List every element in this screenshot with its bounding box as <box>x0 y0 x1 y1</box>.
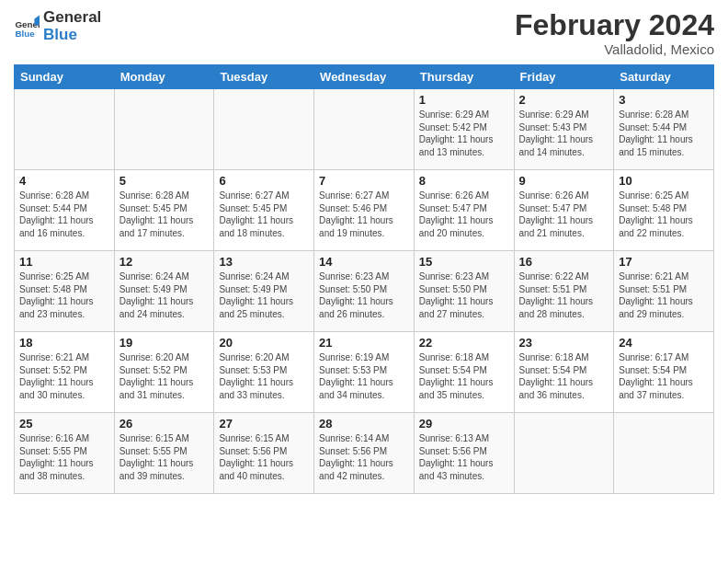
day-info: Sunrise: 6:21 AMSunset: 5:51 PMDaylight:… <box>619 270 709 320</box>
day-header-monday: Monday <box>114 65 214 89</box>
day-info: Sunrise: 6:26 AMSunset: 5:47 PMDaylight:… <box>519 190 609 239</box>
calendar-table: SundayMondayTuesdayWednesdayThursdayFrid… <box>14 64 714 494</box>
calendar-cell: 20Sunrise: 6:20 AMSunset: 5:53 PMDayligh… <box>214 332 314 413</box>
calendar-cell: 2Sunrise: 6:29 AMSunset: 5:43 PMDaylight… <box>514 89 614 170</box>
calendar-page: General Blue General Blue February 2024 … <box>0 0 728 563</box>
calendar-cell: 4Sunrise: 6:28 AMSunset: 5:44 PMDaylight… <box>15 170 115 251</box>
day-info: Sunrise: 6:29 AMSunset: 5:43 PMDaylight:… <box>519 109 609 158</box>
calendar-cell <box>114 89 214 170</box>
calendar-cell: 28Sunrise: 6:14 AMSunset: 5:56 PMDayligh… <box>314 413 415 494</box>
calendar-cell: 26Sunrise: 6:15 AMSunset: 5:55 PMDayligh… <box>114 413 214 494</box>
calendar-cell: 5Sunrise: 6:28 AMSunset: 5:45 PMDaylight… <box>114 170 214 251</box>
day-number: 23 <box>519 336 609 350</box>
calendar-cell: 14Sunrise: 6:23 AMSunset: 5:50 PMDayligh… <box>314 251 415 332</box>
day-number: 29 <box>419 417 509 431</box>
day-header-row: SundayMondayTuesdayWednesdayThursdayFrid… <box>15 65 714 89</box>
day-info: Sunrise: 6:24 AMSunset: 5:49 PMDaylight:… <box>119 270 210 320</box>
day-info: Sunrise: 6:13 AMSunset: 5:56 PMDaylight:… <box>419 432 509 482</box>
day-number: 1 <box>419 93 509 107</box>
day-info: Sunrise: 6:28 AMSunset: 5:45 PMDaylight:… <box>119 190 210 239</box>
svg-marker-2 <box>34 15 40 25</box>
calendar-cell: 9Sunrise: 6:26 AMSunset: 5:47 PMDaylight… <box>514 170 614 251</box>
day-info: Sunrise: 6:15 AMSunset: 5:55 PMDaylight:… <box>119 432 210 482</box>
logo: General Blue General Blue <box>14 9 101 43</box>
calendar-cell <box>214 89 314 170</box>
calendar-cell: 12Sunrise: 6:24 AMSunset: 5:49 PMDayligh… <box>114 251 214 332</box>
day-number: 13 <box>219 255 309 269</box>
day-number: 25 <box>19 417 109 431</box>
day-info: Sunrise: 6:16 AMSunset: 5:55 PMDaylight:… <box>19 432 109 482</box>
day-info: Sunrise: 6:22 AMSunset: 5:51 PMDaylight:… <box>519 270 609 320</box>
header: General Blue General Blue February 2024 … <box>14 9 714 57</box>
calendar-cell <box>614 413 714 494</box>
day-number: 12 <box>119 255 210 269</box>
calendar-cell: 6Sunrise: 6:27 AMSunset: 5:45 PMDaylight… <box>214 170 314 251</box>
day-header-friday: Friday <box>514 65 614 89</box>
day-number: 8 <box>419 174 509 188</box>
day-info: Sunrise: 6:17 AMSunset: 5:54 PMDaylight:… <box>619 351 709 401</box>
day-header-tuesday: Tuesday <box>214 65 314 89</box>
day-number: 15 <box>419 255 509 269</box>
day-number: 10 <box>619 174 709 188</box>
day-info: Sunrise: 6:20 AMSunset: 5:52 PMDaylight:… <box>119 351 210 401</box>
day-info: Sunrise: 6:24 AMSunset: 5:49 PMDaylight:… <box>219 270 309 320</box>
day-info: Sunrise: 6:19 AMSunset: 5:53 PMDaylight:… <box>319 351 409 401</box>
calendar-cell: 13Sunrise: 6:24 AMSunset: 5:49 PMDayligh… <box>214 251 314 332</box>
logo-blue-text: Blue <box>43 27 101 44</box>
calendar-cell: 27Sunrise: 6:15 AMSunset: 5:56 PMDayligh… <box>214 413 314 494</box>
logo-icon: General Blue <box>14 14 40 40</box>
day-number: 2 <box>519 93 609 107</box>
day-number: 20 <box>219 336 309 350</box>
calendar-cell: 25Sunrise: 6:16 AMSunset: 5:55 PMDayligh… <box>15 413 115 494</box>
week-row-5: 25Sunrise: 6:16 AMSunset: 5:55 PMDayligh… <box>15 413 714 494</box>
calendar-cell: 18Sunrise: 6:21 AMSunset: 5:52 PMDayligh… <box>15 332 115 413</box>
day-number: 18 <box>19 336 109 350</box>
location-subtitle: Valladolid, Mexico <box>515 41 714 57</box>
calendar-cell: 17Sunrise: 6:21 AMSunset: 5:51 PMDayligh… <box>614 251 714 332</box>
day-number: 27 <box>219 417 309 431</box>
calendar-cell: 7Sunrise: 6:27 AMSunset: 5:46 PMDaylight… <box>314 170 415 251</box>
day-number: 16 <box>519 255 609 269</box>
calendar-cell: 29Sunrise: 6:13 AMSunset: 5:56 PMDayligh… <box>414 413 514 494</box>
calendar-cell: 15Sunrise: 6:23 AMSunset: 5:50 PMDayligh… <box>414 251 514 332</box>
week-row-1: 1Sunrise: 6:29 AMSunset: 5:42 PMDaylight… <box>15 89 714 170</box>
day-number: 14 <box>319 255 409 269</box>
calendar-cell: 21Sunrise: 6:19 AMSunset: 5:53 PMDayligh… <box>314 332 415 413</box>
day-info: Sunrise: 6:18 AMSunset: 5:54 PMDaylight:… <box>419 351 509 401</box>
day-info: Sunrise: 6:29 AMSunset: 5:42 PMDaylight:… <box>419 109 509 158</box>
day-info: Sunrise: 6:23 AMSunset: 5:50 PMDaylight:… <box>419 270 509 320</box>
day-number: 5 <box>119 174 210 188</box>
calendar-cell: 8Sunrise: 6:26 AMSunset: 5:47 PMDaylight… <box>414 170 514 251</box>
week-row-3: 11Sunrise: 6:25 AMSunset: 5:48 PMDayligh… <box>15 251 714 332</box>
day-number: 9 <box>519 174 609 188</box>
calendar-cell <box>314 89 415 170</box>
calendar-cell: 22Sunrise: 6:18 AMSunset: 5:54 PMDayligh… <box>414 332 514 413</box>
day-number: 7 <box>319 174 409 188</box>
calendar-cell: 16Sunrise: 6:22 AMSunset: 5:51 PMDayligh… <box>514 251 614 332</box>
day-info: Sunrise: 6:23 AMSunset: 5:50 PMDaylight:… <box>319 270 409 320</box>
day-number: 28 <box>319 417 409 431</box>
day-info: Sunrise: 6:25 AMSunset: 5:48 PMDaylight:… <box>619 190 709 239</box>
day-info: Sunrise: 6:26 AMSunset: 5:47 PMDaylight:… <box>419 190 509 239</box>
calendar-cell: 3Sunrise: 6:28 AMSunset: 5:44 PMDaylight… <box>614 89 714 170</box>
day-header-saturday: Saturday <box>614 65 714 89</box>
calendar-cell: 24Sunrise: 6:17 AMSunset: 5:54 PMDayligh… <box>614 332 714 413</box>
week-row-4: 18Sunrise: 6:21 AMSunset: 5:52 PMDayligh… <box>15 332 714 413</box>
day-number: 11 <box>19 255 109 269</box>
day-number: 19 <box>119 336 210 350</box>
calendar-cell: 1Sunrise: 6:29 AMSunset: 5:42 PMDaylight… <box>414 89 514 170</box>
day-number: 3 <box>619 93 709 107</box>
day-header-thursday: Thursday <box>414 65 514 89</box>
day-number: 17 <box>619 255 709 269</box>
day-info: Sunrise: 6:18 AMSunset: 5:54 PMDaylight:… <box>519 351 609 401</box>
day-info: Sunrise: 6:27 AMSunset: 5:46 PMDaylight:… <box>319 190 409 239</box>
logo-general-text: General <box>43 9 101 27</box>
day-number: 26 <box>119 417 210 431</box>
calendar-cell: 19Sunrise: 6:20 AMSunset: 5:52 PMDayligh… <box>114 332 214 413</box>
calendar-cell <box>15 89 115 170</box>
day-info: Sunrise: 6:27 AMSunset: 5:45 PMDaylight:… <box>219 190 309 239</box>
day-number: 24 <box>619 336 709 350</box>
calendar-cell: 10Sunrise: 6:25 AMSunset: 5:48 PMDayligh… <box>614 170 714 251</box>
day-info: Sunrise: 6:15 AMSunset: 5:56 PMDaylight:… <box>219 432 309 482</box>
day-header-wednesday: Wednesday <box>314 65 415 89</box>
